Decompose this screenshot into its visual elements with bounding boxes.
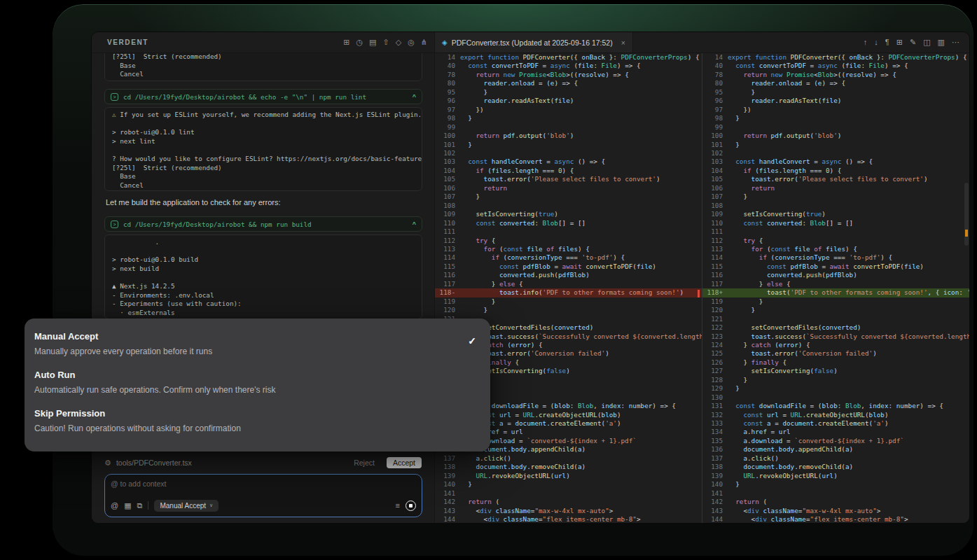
changed-file-path[interactable]: tools/PDFConverter.tsx <box>116 458 192 467</box>
command-block-lint[interactable]: > cd /Users/19fyd/Desktop/airobot && ech… <box>104 89 422 104</box>
line-number: 115 <box>435 262 460 271</box>
command-block-build[interactable]: > cd /Users/19fyd/Desktop/airobot && npm… <box>104 216 422 232</box>
mention-icon[interactable]: @ <box>111 501 118 510</box>
line-number: 120 <box>702 306 728 314</box>
history-icon[interactable]: ◷ <box>356 38 363 47</box>
tag-icon[interactable]: ◇ <box>396 38 401 47</box>
desktop-background: VERDENT ⊞ ◷ ▤ ⇧ ◇ ◎ ⋔ ◈ PDFConverter.tsx… <box>0 0 977 560</box>
expand-icon[interactable]: ⧉ <box>137 501 143 510</box>
stop-button[interactable] <box>406 500 416 511</box>
reject-button[interactable]: Reject <box>354 458 375 467</box>
wrap-icon[interactable]: ¶ <box>885 38 889 47</box>
code-text: setConvertedFiles(converted) <box>460 323 702 332</box>
workflow-icon[interactable]: ⋔ <box>421 38 427 47</box>
code-line: 119 } <box>702 298 969 306</box>
menu-item-description: Caution! Run operations without asking f… <box>34 424 457 433</box>
editor-toolbar: ↑ ↓ ¶ ⊞ ✎ ◫ ▥ ⋯ <box>864 38 959 47</box>
next-change-icon[interactable]: ↓ <box>874 38 878 47</box>
collapse-icon[interactable]: ^ <box>413 220 416 227</box>
new-chat-icon[interactable]: ⊞ <box>343 38 349 47</box>
line-number: 116 <box>702 271 728 279</box>
code-line: 117 } else { <box>702 280 969 288</box>
diff-original-pane[interactable]: 14export function PDFConverter({ onBack … <box>435 53 702 523</box>
split-editor-icon[interactable]: ◫ <box>923 38 930 47</box>
terminal-line: Base <box>112 172 415 181</box>
code-line: 122 setConvertedFiles(converted) <box>702 323 969 332</box>
code-line: 100 return pdf.output('blob') <box>702 132 969 140</box>
code-text <box>460 315 702 323</box>
scrollbar[interactable] <box>963 53 969 523</box>
code-text: const a = document.createElement('a') <box>460 419 702 428</box>
line-number: 80 <box>435 79 460 88</box>
image-icon[interactable]: ▦ <box>124 501 131 510</box>
line-number: 135 <box>702 437 728 445</box>
menu-item-skip-permission[interactable]: Skip Permission Caution! Run operations … <box>25 401 490 440</box>
code-line: 140 } <box>435 480 702 489</box>
line-number: 107 <box>435 192 460 201</box>
code-text: a.click() <box>460 454 702 463</box>
permission-menu: Manual Accept Manually approve every ope… <box>25 318 490 451</box>
diff-modified-pane[interactable]: 14export function PDFConverter({ onBack … <box>702 53 969 523</box>
code-line: 132 const url = URL.createObjectURL(blob… <box>702 411 969 419</box>
terminal-line: - Experiments (use with caution): <box>112 300 415 309</box>
more-actions-icon[interactable]: ⋯ <box>952 38 959 47</box>
code-text <box>460 123 702 132</box>
account-icon[interactable]: ◎ <box>408 38 415 47</box>
code-line: 112 try { <box>702 237 969 245</box>
tab-close-icon[interactable]: × <box>621 38 625 47</box>
code-text: toast.error('Conversion failed') <box>460 349 702 358</box>
code-text: const a = document.createElement('a') <box>728 419 969 428</box>
code-line: 116 converted.push(pdfBlob) <box>435 271 702 279</box>
code-text: } <box>728 306 969 314</box>
tool-icon: ⚙ <box>104 458 111 468</box>
context-input[interactable] <box>109 477 417 490</box>
code-line: 96 reader.readAsText(file) <box>702 97 969 105</box>
code-text: reader.onload = (e) => { <box>460 79 702 88</box>
code-text: } <box>728 480 969 489</box>
collapse-icon[interactable]: ^ <box>413 93 416 100</box>
line-number: 138 <box>702 463 728 471</box>
code-text: const downloadFile = (blob: Blob, index:… <box>728 402 969 410</box>
line-number: 117 <box>702 280 728 288</box>
code-line: 116 converted.push(pdfBlob) <box>702 271 969 279</box>
line-number: 117 <box>435 280 460 288</box>
prev-change-icon[interactable]: ↑ <box>864 38 868 47</box>
code-line: 110 const converted: Blob[] = [] <box>435 219 702 227</box>
code-line: 99 <box>435 123 702 132</box>
code-line: 103 const handleConvert = async () => { <box>702 158 969 166</box>
code-text <box>728 123 969 132</box>
code-text: a.href = url <box>460 428 702 436</box>
edit-icon[interactable]: ✎ <box>910 38 916 47</box>
open-preview-icon[interactable]: ⊞ <box>896 38 903 47</box>
tab-pdfconverter[interactable]: ◈ PDFConverter.tsx (Updated at 2025-09-1… <box>435 32 633 52</box>
code-text: } <box>728 192 969 201</box>
terminal-line: Cancel <box>112 181 415 190</box>
code-text: URL.revokeObjectURL(url) <box>728 472 969 480</box>
terminal-line: . <box>112 238 415 247</box>
files-icon[interactable]: ▤ <box>369 38 376 47</box>
shortcut-icon[interactable]: ≡ <box>396 501 400 510</box>
accept-button[interactable]: Accept <box>387 457 422 468</box>
code-line: 97 }) <box>435 106 702 114</box>
share-icon[interactable]: ⇧ <box>382 38 389 47</box>
code-line: 78 return new Promise<Blob>((resolve) =>… <box>435 71 702 79</box>
terminal-line: ▲ Next.js 14.2.5 <box>112 282 415 291</box>
line-number: 102 <box>435 149 460 158</box>
code-line: 135 a.download = `converted-${index + 1}… <box>702 437 969 445</box>
line-number: 40 <box>435 62 460 70</box>
line-number: 112 <box>435 237 460 245</box>
layout-icon[interactable]: ▥ <box>938 38 945 47</box>
code-line: 140 } <box>702 480 969 489</box>
terminal-line: · esmExternals <box>112 309 415 318</box>
code-text: const handleConvert = async () => { <box>460 158 702 166</box>
menu-item-manual-accept[interactable]: Manual Accept Manually approve every ope… <box>25 324 490 363</box>
line-number: 137 <box>435 454 460 463</box>
permission-mode-dropdown[interactable]: Manual Accept ∨ <box>154 500 219 512</box>
menu-item-auto-run[interactable]: Auto Run Automatically run safe operatio… <box>25 363 490 401</box>
code-text: URL.revokeObjectURL(url) <box>460 472 702 480</box>
code-text: } <box>728 298 969 306</box>
code-line: 104 if (files.length === 0) { <box>702 167 969 175</box>
diff-editor[interactable]: 14export function PDFConverter({ onBack … <box>435 53 969 523</box>
line-number: 103 <box>702 158 728 166</box>
terminal-line: - Environments: .env.local <box>112 291 415 300</box>
